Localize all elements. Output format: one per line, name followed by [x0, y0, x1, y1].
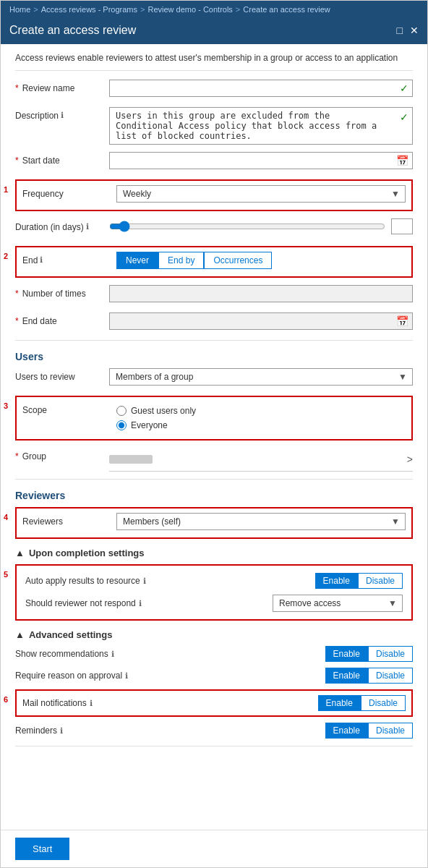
reminders-disable-button[interactable]: Disable: [368, 723, 413, 739]
section-label-3: 3: [4, 401, 8, 410]
end-box: End ℹ Never End by Occurrences: [15, 246, 413, 278]
separator-1: [15, 340, 413, 341]
scope-everyone-option[interactable]: Everyone: [116, 420, 406, 430]
title-bar: Create an access review □ ✕: [1, 18, 427, 44]
advanced-header[interactable]: ▲ Advanced settings: [15, 629, 413, 640]
auto-apply-enable-button[interactable]: Enable: [315, 573, 358, 589]
end-date-calendar-icon[interactable]: 📅: [396, 315, 408, 327]
section-label-6: 6: [4, 695, 8, 704]
scope-guest-option[interactable]: Guest users only: [116, 406, 406, 416]
close-icon[interactable]: ✕: [410, 25, 419, 36]
not-respond-info-icon[interactable]: ℹ: [139, 599, 142, 608]
show-rec-disable-button[interactable]: Disable: [368, 646, 413, 662]
show-rec-info-icon[interactable]: ℹ: [111, 650, 114, 659]
description-row: Description ℹ Users in this group are ex…: [15, 107, 413, 145]
section-label-2: 2: [4, 252, 8, 260]
scope-label: Scope: [22, 401, 116, 415]
users-to-review-select[interactable]: Members of a group Assigned to an applic…: [109, 368, 413, 386]
mail-notif-enable-button[interactable]: Enable: [318, 695, 361, 711]
reviewers-box: Reviewers Members (self) Selected review…: [15, 507, 413, 539]
breadcrumb-sep-1: >: [33, 5, 38, 14]
scope-box: Scope Guest users only Everyone: [15, 396, 413, 441]
start-date-label: * Start date: [15, 152, 109, 166]
require-reason-info-icon[interactable]: ℹ: [125, 671, 128, 681]
review-name-check-icon: ✓: [400, 82, 408, 94]
start-date-input[interactable]: 2018-09-04: [109, 152, 413, 169]
show-rec-enable-button[interactable]: Enable: [325, 646, 368, 662]
completion-header[interactable]: ▲ Upon completion settings: [15, 548, 413, 558]
auto-apply-row: Auto apply results to resource ℹ Enable …: [25, 573, 403, 589]
end-never-button[interactable]: Never: [116, 252, 158, 269]
show-rec-toggle: Enable Disable: [325, 646, 413, 662]
duration-row: Duration (in days) ℹ 2: [15, 218, 413, 239]
start-button[interactable]: Start: [15, 838, 69, 860]
show-rec-label: Show recommendations ℹ: [15, 649, 114, 659]
duration-info-icon[interactable]: ℹ: [86, 222, 89, 231]
end-row: End ℹ Never End by Occurrences: [22, 252, 406, 272]
frequency-row: Frequency Weekly Monthly Quarterly Semi-…: [22, 185, 406, 205]
users-to-review-control: Members of a group Assigned to an applic…: [109, 368, 413, 386]
require-reason-enable-button[interactable]: Enable: [325, 668, 368, 684]
section-label-5: 5: [4, 570, 8, 579]
auto-apply-info-icon[interactable]: ℹ: [143, 576, 146, 586]
breadcrumb-home[interactable]: Home: [9, 5, 30, 14]
scope-section: 3 Scope Guest users only: [15, 396, 413, 441]
mail-notif-info-icon[interactable]: ℹ: [90, 699, 93, 708]
scope-guest-radio[interactable]: [116, 406, 127, 416]
end-date-input[interactable]: 2018-10-04: [109, 312, 413, 330]
advanced-heading: Advanced settings: [29, 629, 113, 640]
frequency-box: Frequency Weekly Monthly Quarterly Semi-…: [15, 179, 413, 211]
review-name-input[interactable]: Access from blocked countries: [109, 80, 413, 97]
reviewers-label: Reviewers: [22, 513, 116, 527]
reminders-info-icon[interactable]: ℹ: [60, 726, 63, 736]
completion-collapse-icon: ▲: [15, 548, 25, 558]
require-reason-label: Require reason on approval ℹ: [15, 671, 128, 681]
mail-notif-label: Mail notifications ℹ: [22, 698, 93, 708]
scope-everyone-label: Everyone: [131, 420, 168, 430]
description-input[interactable]: Users in this group are excluded from th…: [109, 107, 413, 145]
end-date-control: 2018-10-04 📅: [109, 312, 413, 330]
group-control: >: [109, 448, 413, 472]
mail-notif-disable-button[interactable]: Disable: [361, 695, 406, 711]
users-heading: Users: [15, 351, 413, 362]
maximize-icon[interactable]: □: [397, 25, 403, 36]
duration-value-input[interactable]: 2: [391, 218, 413, 234]
reviewers-select[interactable]: Members (self) Selected reviewers Manage…: [116, 513, 406, 530]
end-occurrences-button[interactable]: Occurrences: [204, 252, 272, 269]
group-chevron-icon: >: [407, 454, 413, 465]
frequency-select[interactable]: Weekly Monthly Quarterly Semi-annually A…: [116, 185, 406, 203]
main-window: Home > Access reviews - Programs > Revie…: [0, 0, 428, 868]
mail-notif-box: Mail notifications ℹ Enable Disable: [15, 689, 413, 717]
end-info-icon[interactable]: ℹ: [40, 255, 43, 265]
number-of-times-control: 0: [109, 285, 413, 302]
completion-box: Auto apply results to resource ℹ Enable …: [15, 564, 413, 621]
description-info-icon[interactable]: ℹ: [61, 111, 64, 120]
end-date-label: * End date: [15, 312, 109, 326]
number-of-times-input[interactable]: 0: [109, 285, 413, 302]
scope-everyone-radio[interactable]: [116, 420, 127, 430]
end-control: Never End by Occurrences: [116, 252, 406, 269]
breadcrumb-controls[interactable]: Review demo - Controls: [147, 5, 232, 14]
scope-control: Guest users only Everyone: [116, 401, 406, 435]
require-reason-toggle: Enable Disable: [325, 668, 413, 684]
breadcrumb-programs[interactable]: Access reviews - Programs: [41, 5, 137, 14]
not-respond-select-wrapper: Remove access Approve access Take recomm…: [273, 595, 403, 612]
not-respond-select[interactable]: Remove access Approve access Take recomm…: [273, 595, 403, 612]
reviewers-section: 4 Reviewers Members (self) Selected revi…: [15, 507, 413, 539]
not-respond-row: Should reviewer not respond ℹ Remove acc…: [25, 595, 403, 612]
reminders-label: Reminders ℹ: [15, 726, 63, 736]
duration-slider[interactable]: [109, 221, 385, 232]
separator-2: [15, 479, 413, 480]
start-date-control: 2018-09-04 📅: [109, 152, 413, 169]
reviewers-control: Members (self) Selected reviewers Manage…: [116, 513, 406, 530]
reminders-enable-button[interactable]: Enable: [325, 723, 368, 739]
users-to-review-select-wrapper: Members of a group Assigned to an applic…: [109, 368, 413, 386]
reminders-row: Reminders ℹ Enable Disable: [15, 723, 413, 739]
group-selector[interactable]: >: [109, 448, 413, 472]
calendar-icon[interactable]: 📅: [396, 155, 408, 166]
frequency-control: Weekly Monthly Quarterly Semi-annually A…: [116, 185, 406, 203]
require-reason-disable-button[interactable]: Disable: [368, 668, 413, 684]
end-by-button[interactable]: End by: [158, 252, 204, 269]
auto-apply-disable-button[interactable]: Disable: [358, 573, 403, 589]
review-name-label: * Review name: [15, 80, 109, 93]
